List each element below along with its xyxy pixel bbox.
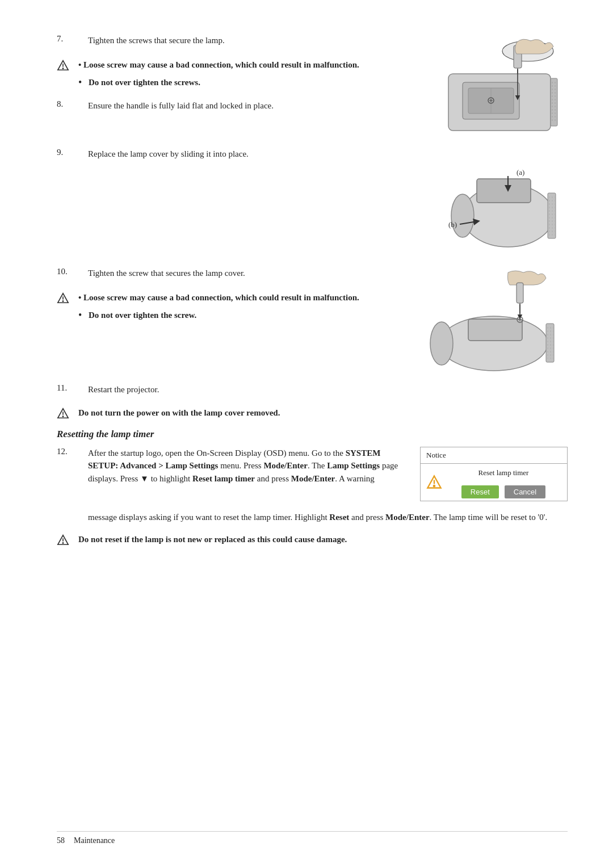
warning-final-text: Do not reset if the lamp is not new or r…	[78, 533, 347, 546]
svg-text:(b): (b)	[448, 220, 457, 229]
image-col-1	[397, 34, 568, 139]
step-7-number: 7.	[57, 34, 88, 44]
svg-rect-21	[548, 193, 556, 238]
step-11-content: Restart the projector.	[88, 383, 568, 396]
arrow-down: ▼	[140, 474, 149, 483]
svg-text:(a): (a)	[517, 168, 524, 177]
step11-section: 11. Restart the projector. Do not turn t…	[57, 383, 568, 420]
bullet-screw: • Do not over tighten the screw.	[78, 309, 386, 322]
mode-enter-1: Mode/Enter	[263, 461, 307, 470]
projector-svg-1	[403, 34, 562, 136]
step-11-number: 11.	[57, 383, 88, 393]
notice-buttons: Reset Cancel	[446, 485, 561, 498]
notice-header: Notice	[421, 447, 567, 464]
svg-point-28	[62, 300, 63, 301]
bullet-screws: • Do not over tighten the screws.	[78, 76, 386, 89]
step9-left: 9. Replace the lamp cover by sliding it …	[57, 148, 386, 258]
svg-point-2	[62, 68, 63, 68]
step-10-content: Tighten the screw that secures the lamp …	[88, 267, 386, 280]
step-10-text: Tighten the screw that secures the lamp …	[88, 267, 386, 280]
warning-content-1: Loose screw may cause a bad connection, …	[83, 60, 359, 69]
step9-section: 9. Replace the lamp cover by sliding it …	[57, 148, 568, 258]
bullet-dot-1: •	[78, 76, 89, 89]
reset-bold: Reset	[329, 513, 349, 522]
step-12-content: After the startup logo, open the On-Scre…	[88, 447, 403, 485]
step10-left: 10. Tighten the screw that secures the l…	[57, 267, 386, 374]
svg-point-46	[434, 485, 435, 487]
image-col-3	[397, 267, 568, 374]
step-12-continuation: message displays asking if you want to r…	[88, 510, 568, 524]
step-11-text: Restart the projector.	[88, 383, 568, 396]
warning-power-text: Do not turn the power on with the lamp c…	[78, 406, 280, 420]
svg-rect-37	[546, 324, 554, 362]
step-7-row: 7. Tighten the screws that secure the la…	[57, 34, 386, 47]
step-8-text: Ensure the handle is fully laid flat and…	[88, 99, 386, 112]
projector-image-2: (a) (b)	[403, 148, 562, 258]
svg-rect-18	[477, 179, 531, 203]
svg-rect-33	[468, 319, 522, 341]
warning-bullet-2: •	[78, 293, 83, 302]
warning-content-2: Loose screw may cause a bad connection, …	[83, 293, 359, 302]
svg-rect-29	[517, 283, 523, 303]
projector-image-3	[403, 267, 562, 374]
step-12-cont-text: message displays asking if you want to r…	[88, 510, 568, 524]
projector-svg-3	[403, 267, 562, 372]
bullet-text-screws: Do not over tighten the screws.	[89, 76, 200, 89]
step-12-left: 12. After the startup logo, open the On-…	[57, 447, 403, 496]
warning-icon-3	[57, 406, 78, 420]
bullet-dot-2: •	[78, 309, 89, 322]
notice-warning-row: Reset lamp timer Reset Cancel	[421, 464, 567, 501]
bullet-text-screw: Do not over tighten the screw.	[89, 309, 196, 322]
step-12-text: After the startup logo, open the On-Scre…	[88, 447, 403, 485]
mode-enter-3: Mode/Enter	[385, 513, 429, 522]
step-9-text: Replace the lamp cover by sliding it int…	[88, 148, 386, 161]
step-8-content: Ensure the handle is fully laid flat and…	[88, 99, 386, 112]
warning-loose-screw-2-container: • Loose screw may cause a bad connection…	[78, 291, 359, 304]
step-12-number: 12.	[57, 447, 88, 456]
warning-loose-screw-1: • Loose screw may cause a bad connection…	[57, 58, 386, 72]
step-8-number: 8.	[57, 99, 88, 109]
step-10-row: 10. Tighten the screw that secures the l…	[57, 267, 386, 280]
reset-button[interactable]: Reset	[461, 485, 499, 498]
warning-final-row: Do not reset if the lamp is not new or r…	[57, 533, 568, 546]
step-8-row: 8. Ensure the handle is fully laid flat …	[57, 99, 386, 112]
notice-body: Reset lamp timer Reset Cancel	[446, 468, 561, 498]
resetting-title: Resetting the lamp timer	[57, 429, 568, 440]
svg-rect-10	[551, 78, 557, 126]
resetting-section: Resetting the lamp timer 12. After the s…	[57, 429, 568, 546]
step-7-content: Tighten the screws that secure the lamp.	[88, 34, 386, 47]
step10-section: 10. Tighten the screw that secures the l…	[57, 267, 568, 374]
notice-warning-icon	[426, 474, 442, 492]
step-9-number: 9.	[57, 148, 88, 157]
warning-text-1: •	[78, 60, 83, 69]
step-7-text: Tighten the screws that secure the lamp.	[88, 34, 386, 47]
page-number: 58	[57, 836, 65, 845]
step-11-row: 11. Restart the projector.	[57, 383, 568, 396]
warning-power-row: Do not turn the power on with the lamp c…	[57, 406, 568, 420]
cancel-button[interactable]: Cancel	[505, 485, 545, 498]
projector-svg-2: (a) (b)	[403, 148, 562, 255]
warning-loose-screw-2: • Loose screw may cause a bad connection…	[57, 291, 386, 304]
reset-lamp-timer-bold: Reset lamp timer	[192, 474, 255, 483]
svg-point-49	[62, 542, 63, 543]
footer-label: Maintenance	[74, 836, 115, 845]
warning-icon-4	[57, 533, 78, 546]
svg-point-17	[451, 194, 474, 237]
step-12-row: 12. After the startup logo, open the On-…	[57, 447, 403, 485]
image-col-2: (a) (b)	[397, 148, 568, 258]
lamp-settings-bold: Lamp Settings	[327, 461, 380, 470]
step-9-row: 9. Replace the lamp cover by sliding it …	[57, 148, 386, 161]
step7-section: 7. Tighten the screws that secure the la…	[57, 34, 568, 139]
notice-box: Notice Reset lamp timer Reset	[420, 447, 568, 501]
warning-loose-screw-1-text: • Loose screw may cause a bad connection…	[78, 58, 359, 72]
svg-point-43	[62, 416, 63, 416]
page-footer: 58 Maintenance	[57, 831, 568, 845]
step7-left: 7. Tighten the screws that secure the la…	[57, 34, 386, 139]
step-9-content: Replace the lamp cover by sliding it int…	[88, 148, 386, 161]
warning-icon-1	[57, 58, 78, 72]
step-10-number: 10.	[57, 267, 88, 276]
page: 7. Tighten the screws that secure the la…	[0, 0, 613, 868]
step-12-section: 12. After the startup logo, open the On-…	[57, 447, 568, 501]
projector-image-1	[403, 34, 562, 139]
mode-enter-2: Mode/Enter	[291, 474, 335, 483]
